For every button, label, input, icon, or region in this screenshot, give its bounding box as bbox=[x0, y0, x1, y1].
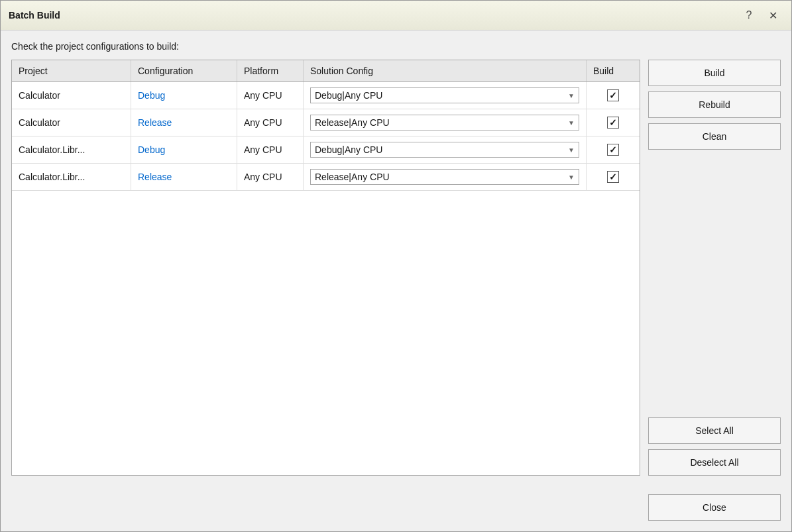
table-body: Calculator Debug Any CPU Debug|Any CPU ▼ bbox=[12, 82, 640, 475]
solution-config-cell-1: Release|Any CPU ▼ bbox=[304, 109, 587, 136]
config-cell-1: Release bbox=[131, 109, 237, 136]
platform-cell-0: Any CPU bbox=[237, 82, 304, 109]
main-content: Project Configuration Platform Solution … bbox=[11, 60, 781, 476]
project-cell-0: Calculator bbox=[12, 82, 131, 109]
solution-config-cell-3: Release|Any CPU ▼ bbox=[304, 164, 587, 190]
project-cell-2: Calculator.Libr... bbox=[12, 136, 131, 163]
rebuild-button[interactable]: Rebuild bbox=[648, 91, 781, 118]
select-all-button[interactable]: Select All bbox=[648, 417, 781, 444]
title-bar: Batch Build ? ✕ bbox=[1, 1, 791, 30]
description-text: Check the project configurations to buil… bbox=[11, 41, 781, 52]
build-checkbox-2[interactable] bbox=[607, 144, 619, 156]
dropdown-arrow-0: ▼ bbox=[568, 92, 575, 99]
build-cell-3 bbox=[587, 164, 640, 190]
platform-cell-1: Any CPU bbox=[237, 109, 304, 136]
solution-config-dropdown-1[interactable]: Release|Any CPU ▼ bbox=[310, 115, 579, 131]
config-cell-0: Debug bbox=[131, 82, 237, 109]
batch-build-dialog: Batch Build ? ✕ Check the project config… bbox=[0, 0, 792, 532]
build-checkbox-3[interactable] bbox=[607, 171, 619, 183]
platform-cell-2: Any CPU bbox=[237, 136, 304, 163]
table-row: Calculator.Libr... Release Any CPU Relea… bbox=[12, 164, 640, 191]
dropdown-value-2: Debug|Any CPU bbox=[315, 144, 382, 155]
dialog-title: Batch Build bbox=[9, 10, 60, 21]
dialog-footer: Close bbox=[1, 486, 791, 531]
dropdown-arrow-2: ▼ bbox=[568, 146, 575, 154]
dropdown-value-0: Debug|Any CPU bbox=[315, 90, 382, 101]
solution-config-cell-2: Debug|Any CPU ▼ bbox=[304, 136, 587, 163]
solution-config-dropdown-3[interactable]: Release|Any CPU ▼ bbox=[310, 169, 579, 185]
button-panel: Build Rebuild Clean Select All Deselect … bbox=[648, 60, 781, 476]
solution-config-dropdown-0[interactable]: Debug|Any CPU ▼ bbox=[310, 87, 579, 103]
dropdown-value-3: Release|Any CPU bbox=[315, 172, 390, 182]
col-header-build: Build bbox=[587, 60, 640, 81]
dropdown-arrow-1: ▼ bbox=[568, 119, 575, 127]
deselect-all-button[interactable]: Deselect All bbox=[648, 449, 781, 476]
build-cell-0 bbox=[587, 82, 640, 109]
table-header: Project Configuration Platform Solution … bbox=[12, 60, 640, 82]
project-cell-1: Calculator bbox=[12, 109, 131, 136]
close-title-button[interactable]: ✕ bbox=[762, 6, 783, 25]
title-bar-left: Batch Build bbox=[9, 10, 60, 21]
col-header-project: Project bbox=[12, 60, 131, 81]
help-button[interactable]: ? bbox=[738, 6, 760, 25]
table-area: Project Configuration Platform Solution … bbox=[11, 60, 640, 476]
table-row: Calculator.Libr... Debug Any CPU Debug|A… bbox=[12, 136, 640, 164]
dropdown-arrow-3: ▼ bbox=[568, 174, 575, 181]
col-header-configuration: Configuration bbox=[131, 60, 237, 81]
dialog-body: Check the project configurations to buil… bbox=[1, 30, 791, 486]
table-row: Calculator Release Any CPU Release|Any C… bbox=[12, 109, 640, 136]
solution-config-cell-0: Debug|Any CPU ▼ bbox=[304, 82, 587, 109]
build-button[interactable]: Build bbox=[648, 60, 781, 86]
project-cell-3: Calculator.Libr... bbox=[12, 164, 131, 190]
config-cell-3: Release bbox=[131, 164, 237, 190]
button-spacer bbox=[648, 155, 781, 412]
build-checkbox-0[interactable] bbox=[607, 89, 619, 101]
close-button[interactable]: Close bbox=[648, 494, 781, 521]
build-checkbox-1[interactable] bbox=[607, 117, 619, 129]
dropdown-value-1: Release|Any CPU bbox=[315, 117, 390, 128]
build-cell-1 bbox=[587, 109, 640, 136]
col-header-platform: Platform bbox=[237, 60, 304, 81]
title-bar-actions: ? ✕ bbox=[738, 6, 783, 25]
build-cell-2 bbox=[587, 136, 640, 163]
clean-button[interactable]: Clean bbox=[648, 123, 781, 150]
col-header-solution-config: Solution Config bbox=[304, 60, 587, 81]
solution-config-dropdown-2[interactable]: Debug|Any CPU ▼ bbox=[310, 142, 579, 158]
platform-cell-3: Any CPU bbox=[237, 164, 304, 190]
config-cell-2: Debug bbox=[131, 136, 237, 163]
table-row: Calculator Debug Any CPU Debug|Any CPU ▼ bbox=[12, 82, 640, 109]
